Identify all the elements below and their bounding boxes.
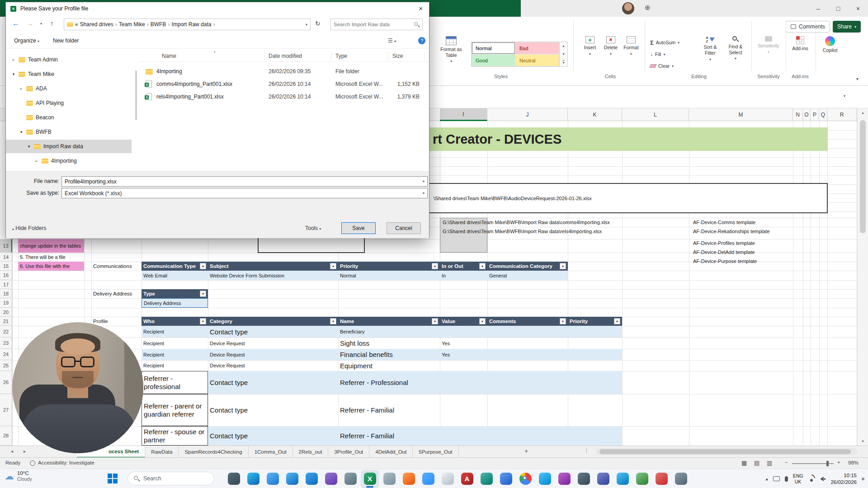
file-name-input[interactable] <box>62 178 420 185</box>
language-indicator[interactable]: ENG UK <box>793 473 803 484</box>
filter-button[interactable]: ▾ <box>200 291 206 297</box>
autosum-button[interactable]: Σ AutoSum▾ <box>650 38 679 47</box>
row-header[interactable]: 28 <box>0 426 12 446</box>
wifi-icon[interactable] <box>808 476 815 482</box>
column-header[interactable]: M <box>689 108 793 121</box>
formula-bar-expand-icon[interactable]: ▾ <box>844 94 845 98</box>
tab-scroll-right-icon[interactable]: ▸ <box>24 449 26 454</box>
style-good[interactable]: Good <box>472 54 515 66</box>
column-separator[interactable] <box>331 52 331 60</box>
filter-button[interactable]: ▾ <box>330 318 336 324</box>
table-header-cell[interactable]: In or Out▾ <box>440 262 487 271</box>
taskbar-app-app-24[interactable] <box>672 470 690 488</box>
copilot-button[interactable]: Copilot <box>818 36 842 53</box>
path-text[interactable]: G:\Shared drives\Team Mike\BWFB\Import R… <box>441 218 694 227</box>
table-header-cell[interactable]: Subject▾ <box>208 262 338 271</box>
grid-cell[interactable]: Delivery Address <box>142 298 208 308</box>
note-cell[interactable]: 6. Use this file with the <box>18 262 84 271</box>
grid-cell[interactable]: Web Email <box>142 271 208 280</box>
grid-cell[interactable]: Referrer - parent or guardian referrer <box>142 394 208 426</box>
row-header[interactable]: 20 <box>0 308 12 317</box>
chevron-expanded-icon[interactable]: ▾ <box>26 144 32 149</box>
tab-options-icon[interactable]: ⋮ <box>584 448 589 454</box>
table-header-cell[interactable]: Who▾ <box>142 317 208 326</box>
sheet-tab[interactable]: 2Rels_out <box>293 446 329 458</box>
chevron-down-icon[interactable]: ▾ <box>420 191 427 195</box>
scroll-thumb[interactable] <box>860 120 866 233</box>
addins-button[interactable]: Add-ins <box>788 36 812 52</box>
mic-icon[interactable] <box>785 476 788 482</box>
recent-locations-icon[interactable]: ▾ <box>40 22 42 26</box>
organize-button[interactable]: Organize ▾ <box>14 38 39 44</box>
filter-button[interactable]: ▾ <box>479 318 486 324</box>
table-header-cell[interactable]: Comments▾ <box>487 317 568 326</box>
save-button[interactable]: Save <box>341 222 376 234</box>
filter-button[interactable]: ▾ <box>560 263 566 269</box>
delete-cells-button[interactable]: × Delete▾ <box>601 36 620 56</box>
template-name[interactable]: AF-Device-Purpose template <box>691 257 795 266</box>
zoom-slider[interactable] <box>792 463 834 464</box>
grid-cell[interactable]: Referrer - Professional <box>338 371 440 394</box>
view-page-break-icon[interactable]: ▥ <box>767 460 772 466</box>
column-header[interactable]: J <box>487 108 568 121</box>
column-header-date[interactable]: Date modified <box>269 53 302 59</box>
grid-cell[interactable]: Referrer - Familial <box>338 394 440 426</box>
row-header[interactable]: 22 <box>0 326 12 338</box>
template-name[interactable]: AF-Device-Profiles template <box>691 239 795 248</box>
taskbar-app-app-19[interactable] <box>575 470 593 488</box>
column-header-size[interactable]: Size <box>392 53 403 59</box>
grid-cell[interactable]: Contact type <box>208 426 338 446</box>
chevron-collapsed-icon[interactable]: ▸ <box>18 86 24 91</box>
find-select-button[interactable]: Find & Select▾ <box>723 36 748 61</box>
status-accessibility[interactable]: Accessibility: Investigate <box>38 460 94 465</box>
fill-button[interactable]: ↓ Fill▾ <box>650 49 665 59</box>
row-header[interactable]: 15 <box>0 262 12 271</box>
column-header[interactable]: Q <box>819 108 827 121</box>
file-row-excel[interactable]: Xrels4Importing_Part001.xlsx26/02/2026 1… <box>139 90 429 103</box>
column-header[interactable]: R <box>827 108 857 121</box>
sheet-tab[interactable]: 4DelAdd_Out <box>369 446 413 458</box>
share-button[interactable]: Share▾ <box>833 21 861 33</box>
zoom-in-button[interactable]: + <box>837 460 840 465</box>
minimize-button[interactable]: – <box>808 0 828 17</box>
row-header[interactable]: 19 <box>0 298 12 308</box>
tree-scrollbar[interactable] <box>134 49 138 171</box>
table-header-cell[interactable]: Priority▾ <box>568 317 622 326</box>
view-page-layout-icon[interactable]: ▤ <box>754 460 760 466</box>
gallery-more-icon[interactable]: ▾ <box>562 60 564 65</box>
column-separator[interactable] <box>264 52 264 60</box>
path-box[interactable]: \Shared drives\Team Mike\BWFB\AudioDevic… <box>407 183 828 213</box>
scroll-down-icon[interactable]: ▾ <box>858 439 868 443</box>
grid-cell[interactable]: General <box>487 271 568 280</box>
row-header[interactable]: 26 <box>0 371 12 394</box>
column-header-type[interactable]: Type <box>335 53 347 59</box>
column-header[interactable]: N <box>793 108 803 121</box>
notification-icon[interactable] <box>862 478 864 480</box>
row-header[interactable]: 23 <box>0 338 12 349</box>
grid-cell[interactable]: Recipient <box>142 326 208 338</box>
tree-item-ada[interactable]: ▸ADA <box>6 82 132 95</box>
taskbar-app-app-10[interactable] <box>400 470 418 488</box>
maximize-button[interactable]: □ <box>828 0 848 17</box>
breadcrumb-item[interactable]: Team Mike <box>119 21 145 28</box>
table-header-cell[interactable]: Communication Type▾ <box>142 262 208 271</box>
note-cell[interactable]: change update in the tables <box>18 239 84 253</box>
taskbar-app-edge[interactable] <box>244 470 262 488</box>
table-header-cell[interactable]: Value▾ <box>440 317 487 326</box>
grid-cell[interactable]: In <box>440 271 487 280</box>
sheet-tab[interactable]: SpamRecords4Checking <box>179 446 248 458</box>
taskbar-app-app-15[interactable] <box>497 470 515 488</box>
grid-cell[interactable]: Recipient <box>142 338 208 349</box>
style-normal[interactable]: Normal <box>472 42 515 54</box>
taskbar-app-app-22[interactable] <box>633 470 651 488</box>
cancel-button[interactable]: Cancel <box>387 222 421 234</box>
horizontal-scrollbar[interactable] <box>596 448 857 455</box>
grid-cell[interactable]: Yes <box>440 338 487 349</box>
up-icon[interactable]: ↑ <box>50 19 54 27</box>
filter-button[interactable]: ▾ <box>200 318 206 324</box>
taskbar-app-app-14[interactable] <box>477 470 495 488</box>
taskbar-app-chrome[interactable] <box>516 470 534 488</box>
row-header[interactable]: 24 <box>0 349 12 360</box>
table-header-cell[interactable]: Communication Category▾ <box>487 262 568 271</box>
grid-cell[interactable]: Website Device Form Submission <box>208 271 338 280</box>
